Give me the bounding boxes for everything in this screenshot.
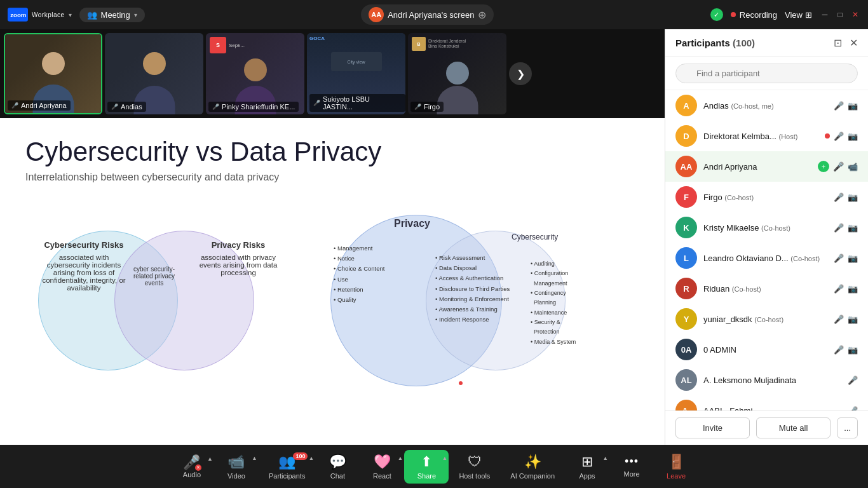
thumb-label-firgo: 🎤 Firgo <box>410 102 444 112</box>
content-area: 🎤 Andri Apriyana 🎤 Andias <box>0 29 665 445</box>
meeting-button[interactable]: 👥 Meeting ▾ <box>79 8 145 22</box>
cyber-item-8: Protection <box>531 327 576 337</box>
participant-item-admin[interactable]: 0A 0 ADMIN 🎤 📷 <box>665 334 868 365</box>
view-grid-icon: ⊞ <box>805 10 812 20</box>
venn-right-diagram: Privacy Cybersecurity • Management • Not… <box>324 196 591 405</box>
toolbar-audio[interactable]: 🎤 ✕ ▲ Audio <box>170 451 214 482</box>
search-input[interactable] <box>675 64 858 83</box>
mic-muted-icon-direktorat: 🎤 <box>834 132 844 141</box>
participant-item-leandro[interactable]: L Leandro Oktaviano D... (Co-host) 🎤 📷 <box>665 243 868 273</box>
thumb-name-firgo: Firgo <box>424 103 440 111</box>
thumb-mic-icon-3: 🎤 <box>212 104 219 110</box>
screen-share-label: Andri Apriyana's screen <box>388 10 474 20</box>
window-controls: ─ □ ✕ <box>820 10 860 20</box>
share-icon: ⬆ <box>421 454 432 470</box>
thumbnail-andri[interactable]: 🎤 Andri Apriyana <box>4 33 102 114</box>
participant-item-andri[interactable]: AA Andri Apriyana + 🎤 📹 <box>665 151 868 182</box>
close-button[interactable]: ✕ <box>850 10 860 20</box>
toolbar-video[interactable]: 📹 ▲ Video <box>214 450 259 484</box>
participant-info-riduan: Riduan (Co-host) <box>703 283 827 294</box>
toolbar-more[interactable]: ••• More <box>609 451 654 482</box>
main-area: 🎤 Andri Apriyana 🎤 Andias <box>0 29 868 445</box>
leave-icon: 🚪 <box>668 454 685 470</box>
screen-share-options-icon[interactable]: ⊕ <box>478 9 486 21</box>
toolbar-react[interactable]: 🩷 ▲ React <box>360 450 404 484</box>
mute-all-button[interactable]: Mute all <box>756 417 831 438</box>
panel-title-text: Participants <box>675 37 730 48</box>
meeting-chevron-icon: ▾ <box>134 11 137 18</box>
participant-name-leksmono: A. Leksmono Muljadinata <box>703 376 796 385</box>
mic-muted-icon-firgo: 🎤 <box>834 193 844 202</box>
thumb-label-pinky: 🎤 Pinky Sharieffudin KE... <box>208 102 299 112</box>
participant-item-leksmono[interactable]: AL A. Leksmono Muljadinata 🎤 <box>665 365 868 395</box>
panel-close-icon[interactable]: ✕ <box>850 37 858 49</box>
maximize-button[interactable]: □ <box>835 10 845 20</box>
thumbnail-sukiyoto[interactable]: GOCA City view 🎤 Sukiyoto LSBU JASTIN... <box>307 33 405 114</box>
participant-name-firgo: Firgo (Co-host) <box>703 193 754 202</box>
host-tools-label: Host tools <box>459 472 490 480</box>
cyber-item-4: • Contingency <box>531 288 576 298</box>
avatar-kristy: K <box>675 217 697 238</box>
participant-info-direktorat: Direktorat Kelmba... (Host) <box>703 130 818 142</box>
minimize-button[interactable]: ─ <box>820 10 830 20</box>
plus-icon-andri: + <box>818 161 829 172</box>
thumbnail-pinky[interactable]: S Sepk... 🎤 Pinky Sharieffudin KE... <box>206 33 304 114</box>
participant-info-yuniar: yuniar_dksdk (Co-host) <box>703 313 827 325</box>
mic-muted-icon-yuniar: 🎤 <box>834 315 844 324</box>
invite-button[interactable]: Invite <box>675 417 750 438</box>
toolbar-leave[interactable]: 🚪 Leave <box>654 450 698 484</box>
toolbar-host-tools[interactable]: 🛡 Host tools <box>449 450 500 484</box>
participant-name-direktorat: Direktorat Kelmba... (Host) <box>703 132 797 141</box>
app-logo[interactable]: zoom Workplace ▾ <box>8 8 72 22</box>
participant-info-fahmi: AABI - Fahmi <box>703 405 841 410</box>
participant-item-andias[interactable]: A Andias (Co-host, me) 🎤 📷 <box>665 90 868 121</box>
avatar-yuniar: Y <box>675 308 697 330</box>
audio-icon-wrapper: 🎤 ✕ <box>183 454 200 471</box>
toolbar-share[interactable]: ⬆ ▲ Share <box>404 450 449 484</box>
shared-item-4: • Disclosure to Third Parties <box>435 284 510 294</box>
thumb-label-andri: 🎤 Andri Apriyana <box>8 100 71 111</box>
leave-label: Leave <box>667 472 686 480</box>
app-chevron-icon: ▾ <box>69 11 72 18</box>
video-off-icon-kristy: 📷 <box>848 223 858 233</box>
privacy-item-6: • Quality <box>334 295 384 305</box>
venn-privacy-body: associated with privacy events arising f… <box>200 254 278 276</box>
participant-info-andri: Andri Apriyana <box>703 161 811 172</box>
participant-item-yuniar[interactable]: Y yuniar_dksdk (Co-host) 🎤 📷 <box>665 304 868 334</box>
venn-privacy-items: • Management • Notice • Choice & Content… <box>334 243 384 305</box>
thumbnail-firgo[interactable]: B Direktorat JenderalBina Konstruksi 🎤 F… <box>408 33 506 114</box>
panel-popout-icon[interactable]: ⊡ <box>834 37 842 49</box>
shared-item-3: • Access & Authentication <box>435 273 510 283</box>
toolbar-apps[interactable]: ⊞ ▲ Apps <box>565 450 609 484</box>
toolbar-chat[interactable]: 💬 Chat <box>315 450 360 484</box>
svg-text:zoom: zoom <box>10 11 26 18</box>
thumbnails-next-button[interactable]: ❯ <box>509 62 532 85</box>
view-button[interactable]: View ⊞ <box>785 10 812 20</box>
cyber-item-7: • Security & <box>531 318 576 327</box>
thumb-name-andri: Andri Apriyana <box>21 102 67 109</box>
cyber-item-6: • Maintenance <box>531 308 576 318</box>
slide-title: Cybersecurity vs Data Privacy <box>25 137 639 166</box>
recording-badge: Recording <box>731 10 777 20</box>
thumbnail-andias[interactable]: 🎤 Andias <box>105 33 203 114</box>
video-icon: 📹 <box>227 454 245 470</box>
avatar-direktorat: D <box>675 125 697 147</box>
video-icon-andri: 📹 <box>848 162 858 172</box>
participant-name-andias: Andias (Co-host, me) <box>703 101 774 111</box>
video-off-icon-admin: 📷 <box>848 345 858 355</box>
participant-item-kristy[interactable]: K Kristy Mikaelse (Co-host) 🎤 📷 <box>665 212 868 243</box>
panel-more-button[interactable]: ... <box>837 417 858 438</box>
toolbar-participants[interactable]: 👥 ▲ 100 Participants <box>259 450 315 484</box>
thumb-name-andias: Andias <box>121 103 142 111</box>
participant-item-firgo[interactable]: F Firgo (Co-host) 🎤 📷 <box>665 182 868 212</box>
participant-item-direktorat[interactable]: D Direktorat Kelmba... (Host) 🎤 📷 <box>665 121 868 151</box>
participant-item-riduan[interactable]: R Riduan (Co-host) 🎤 📷 <box>665 273 868 304</box>
venn-privacy-text: Privacy Risks associated with privacy ev… <box>194 240 283 276</box>
participant-icons-direktorat: 🎤 📷 <box>825 132 858 141</box>
toolbar-ai-companion[interactable]: ✨ AI Companion <box>500 450 565 484</box>
venn-cybersecurity-text: Cybersecurity Risks associated with cybe… <box>39 240 128 292</box>
workplace-label: Workplace <box>32 11 65 18</box>
recording-check-icon: ✓ <box>710 8 723 21</box>
avatar-leksmono: AL <box>675 369 697 391</box>
participant-item-fahmi[interactable]: A- AABI - Fahmi 🎤 <box>665 395 868 410</box>
